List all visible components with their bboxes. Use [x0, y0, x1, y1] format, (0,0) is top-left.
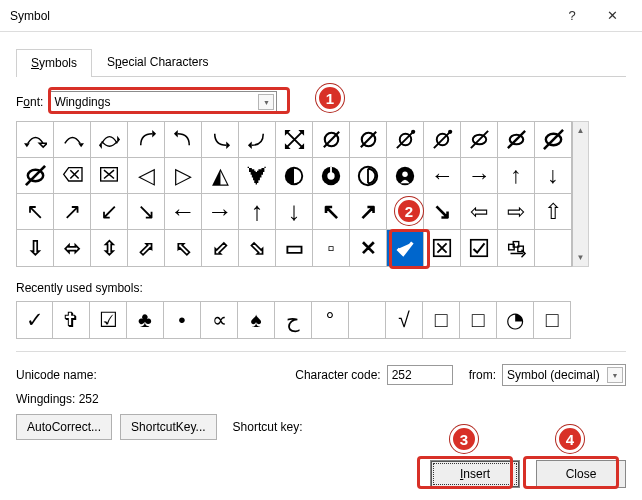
- symbol-cell[interactable]: [535, 122, 572, 158]
- symbol-cell[interactable]: ⬀: [128, 230, 165, 266]
- font-label: Font:: [16, 95, 43, 109]
- svg-point-4: [399, 134, 411, 146]
- symbol-cell[interactable]: [461, 230, 498, 266]
- recent-cell[interactable]: °: [312, 301, 349, 339]
- recent-cell[interactable]: □: [534, 301, 571, 339]
- symbol-cell[interactable]: ↖: [313, 194, 350, 230]
- symbol-cell[interactable]: ↖: [17, 194, 54, 230]
- recent-cell[interactable]: ♣: [127, 301, 164, 339]
- scroll-up-icon[interactable]: ▲: [573, 122, 588, 139]
- symbol-cell[interactable]: ▫: [313, 230, 350, 266]
- tab-symbols[interactable]: SSymbolsymbols: [16, 49, 92, 77]
- symbol-cell[interactable]: →: [202, 194, 239, 230]
- recent-cell[interactable]: □: [423, 301, 460, 339]
- grid-scrollbar[interactable]: ▲ ▼: [572, 121, 589, 267]
- symbol-cell[interactable]: [276, 158, 313, 194]
- symbol-cell[interactable]: ↗: [54, 194, 91, 230]
- tab-special-characters[interactable]: Special Characters: [92, 48, 223, 76]
- symbol-cell[interactable]: ⬂: [239, 230, 276, 266]
- close-button[interactable]: Close: [536, 460, 626, 488]
- scroll-down-icon[interactable]: ▼: [573, 249, 588, 266]
- recent-cell[interactable]: •: [164, 301, 201, 339]
- symbol-cell[interactable]: [91, 122, 128, 158]
- symbol-cell[interactable]: [17, 122, 54, 158]
- symbol-cell[interactable]: ↓: [535, 158, 572, 194]
- symbol-cell[interactable]: [128, 122, 165, 158]
- symbol-cell[interactable]: ⬁: [165, 230, 202, 266]
- help-icon[interactable]: ?: [552, 8, 592, 23]
- symbol-cell[interactable]: ✕: [350, 230, 387, 266]
- symbol-cell[interactable]: [350, 158, 387, 194]
- insert-button[interactable]: Insert: [430, 460, 520, 488]
- symbol-cell[interactable]: ⮟: [239, 158, 276, 194]
- symbol-cell-selected[interactable]: [387, 230, 424, 266]
- symbol-cell[interactable]: [165, 122, 202, 158]
- recent-cell[interactable]: ◔: [497, 301, 534, 339]
- symbol-cell[interactable]: [202, 122, 239, 158]
- close-icon[interactable]: ✕: [592, 8, 632, 23]
- symbol-cell[interactable]: [498, 230, 535, 266]
- svg-point-16: [27, 170, 42, 182]
- svg-rect-24: [367, 168, 369, 183]
- chevron-down-icon[interactable]: ▼: [258, 94, 274, 110]
- svg-line-15: [543, 130, 562, 149]
- symbol-cell[interactable]: [313, 122, 350, 158]
- symbol-grid: ◁ ▷ ◭ ⮟ ← → ↑ ↓ ↖ ↗ ↙ ↘ ← → ↑: [16, 121, 572, 267]
- recent-cell[interactable]: ح: [275, 301, 312, 339]
- symbol-cell[interactable]: [54, 158, 91, 194]
- symbol-cell[interactable]: ↗: [350, 194, 387, 230]
- symbol-cell[interactable]: ⇩: [17, 230, 54, 266]
- symbol-cell[interactable]: ↑: [239, 194, 276, 230]
- symbol-cell[interactable]: [239, 122, 276, 158]
- recent-cell[interactable]: □: [460, 301, 497, 339]
- symbol-cell[interactable]: [91, 158, 128, 194]
- symbol-cell[interactable]: [54, 122, 91, 158]
- symbol-cell[interactable]: ←: [165, 194, 202, 230]
- symbol-cell[interactable]: [17, 158, 54, 194]
- svg-point-10: [472, 135, 485, 145]
- symbol-cell[interactable]: ↑: [498, 158, 535, 194]
- symbol-cell[interactable]: ▭: [276, 230, 313, 266]
- recent-cell[interactable]: ✓: [16, 301, 53, 339]
- shortcut-key-button[interactable]: Shortcut Key...: [120, 414, 217, 440]
- symbol-cell[interactable]: ↘: [128, 194, 165, 230]
- symbol-cell[interactable]: →: [461, 158, 498, 194]
- recent-cell[interactable]: ☑: [90, 301, 127, 339]
- symbol-cell[interactable]: ⬃: [202, 230, 239, 266]
- symbol-cell[interactable]: ⇦: [461, 194, 498, 230]
- symbol-cell[interactable]: [498, 122, 535, 158]
- from-select[interactable]: Symbol (decimal) ▼: [502, 364, 626, 386]
- recent-cell[interactable]: √: [386, 301, 423, 339]
- symbol-cell[interactable]: ⇳: [91, 230, 128, 266]
- symbol-cell[interactable]: [350, 122, 387, 158]
- svg-point-26: [402, 171, 408, 177]
- symbol-cell[interactable]: ◁: [128, 158, 165, 194]
- symbol-cell[interactable]: [387, 158, 424, 194]
- chevron-down-icon[interactable]: ▼: [607, 367, 623, 383]
- window-title: Symbol: [10, 9, 552, 23]
- symbol-cell[interactable]: ←: [424, 158, 461, 194]
- recent-cell[interactable]: ∝: [201, 301, 238, 339]
- recent-cell[interactable]: ♠: [238, 301, 275, 339]
- symbol-cell[interactable]: ⇨: [498, 194, 535, 230]
- symbol-cell[interactable]: ⇧: [535, 194, 572, 230]
- recent-cell[interactable]: ✞: [53, 301, 90, 339]
- symbol-cell[interactable]: [276, 122, 313, 158]
- recent-cell[interactable]: [349, 301, 386, 339]
- symbol-cell[interactable]: [424, 230, 461, 266]
- autocorrect-button[interactable]: AutoCorrect...: [16, 414, 112, 440]
- symbol-cell[interactable]: [387, 122, 424, 158]
- symbol-cell[interactable]: [535, 230, 572, 266]
- symbol-cell[interactable]: [424, 122, 461, 158]
- symbol-cell[interactable]: [461, 122, 498, 158]
- symbol-cell[interactable]: ▷: [165, 158, 202, 194]
- svg-point-7: [436, 134, 448, 146]
- symbol-cell[interactable]: ↓: [276, 194, 313, 230]
- charcode-input[interactable]: [387, 365, 453, 385]
- symbol-cell[interactable]: ⬄: [54, 230, 91, 266]
- symbol-cell[interactable]: [313, 158, 350, 194]
- symbol-cell[interactable]: ↘: [424, 194, 461, 230]
- symbol-cell[interactable]: ↙: [91, 194, 128, 230]
- font-select[interactable]: Wingdings ▼: [49, 91, 277, 113]
- symbol-cell[interactable]: ◭: [202, 158, 239, 194]
